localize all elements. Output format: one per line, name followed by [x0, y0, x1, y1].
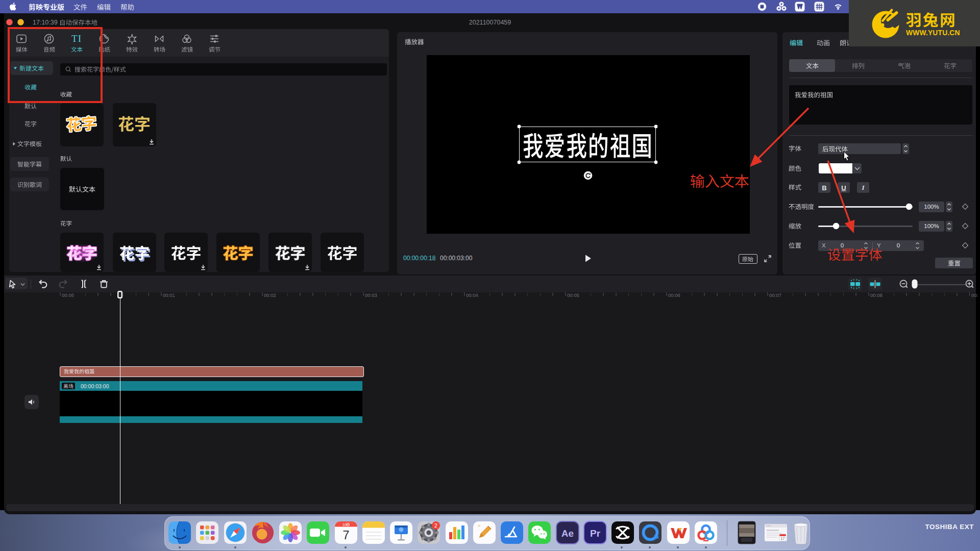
svg-text:Ae: Ae: [561, 528, 573, 539]
svg-text:Pr: Pr: [590, 528, 601, 539]
svg-text:17: 17: [781, 537, 785, 540]
svg-text:“: “: [478, 523, 480, 531]
svg-text:2: 2: [434, 522, 437, 529]
svg-text:10: 10: [342, 523, 347, 527]
svg-text:7: 7: [342, 528, 349, 542]
